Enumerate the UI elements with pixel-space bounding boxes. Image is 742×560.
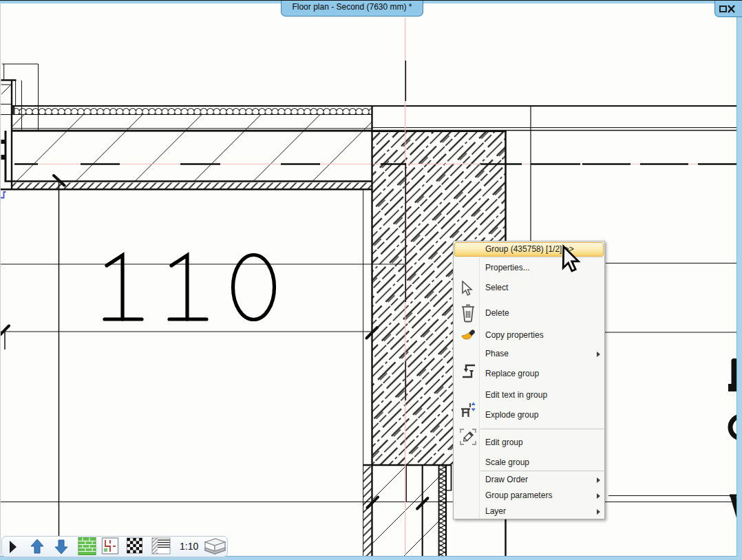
svg-text:1:10: 1:10 <box>180 541 198 552</box>
